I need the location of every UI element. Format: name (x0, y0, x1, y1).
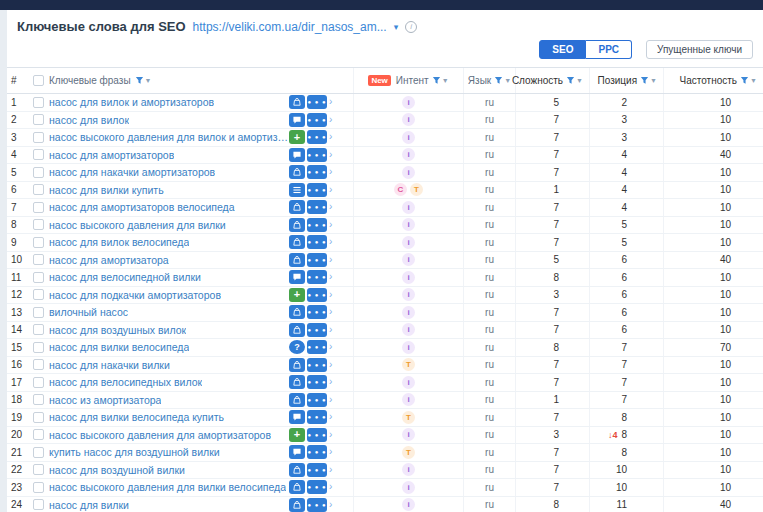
more-actions-button[interactable]: ● ● ● (307, 358, 327, 372)
expand-caret-icon[interactable]: › (329, 465, 332, 475)
expand-caret-icon[interactable]: › (329, 115, 332, 125)
row-checkbox[interactable] (33, 359, 44, 370)
shopping-bag-icon[interactable] (289, 305, 305, 319)
expand-caret-icon[interactable]: › (329, 237, 332, 247)
expand-caret-icon[interactable]: › (329, 412, 332, 422)
keyword-link[interactable]: насос для вилки (49, 499, 129, 511)
chat-bubble-icon[interactable] (289, 270, 305, 284)
intent-filter-icon[interactable]: ▼ (432, 76, 449, 85)
tab-ppc[interactable]: PPC (586, 40, 632, 59)
row-checkbox[interactable] (33, 447, 44, 458)
more-actions-button[interactable]: ● ● ● (307, 95, 327, 109)
more-actions-button[interactable]: ● ● ● (307, 218, 327, 232)
row-checkbox[interactable] (33, 412, 44, 423)
more-actions-button[interactable]: ● ● ● (307, 340, 327, 354)
expand-caret-icon[interactable]: › (329, 97, 332, 107)
keyword-link[interactable]: насос для воздушной вилки (49, 464, 185, 476)
lang-filter-caret-icon[interactable]: ▼ (504, 77, 511, 84)
keyword-link[interactable]: насос высокого давления для вилки велоси… (49, 481, 286, 493)
frequency-filter-caret-icon[interactable]: ▼ (750, 77, 757, 84)
keyword-link[interactable]: насос для вилок и амортизаторов (49, 96, 214, 108)
shopping-bag-icon[interactable] (289, 323, 305, 337)
more-actions-button[interactable]: ● ● ● (307, 428, 327, 442)
row-checkbox[interactable] (33, 394, 44, 405)
chat-bubble-icon[interactable] (289, 445, 305, 459)
more-actions-button[interactable]: ● ● ● (307, 323, 327, 337)
keyword-link[interactable]: насос для амортизаторов велосипеда (49, 201, 235, 213)
shopping-bag-icon[interactable] (289, 375, 305, 389)
row-checkbox[interactable] (33, 272, 44, 283)
keyword-link[interactable]: насос для вилки купить (49, 184, 164, 196)
select-all-checkbox[interactable] (33, 75, 44, 86)
more-actions-button[interactable]: ● ● ● (307, 113, 327, 127)
row-checkbox[interactable] (33, 149, 44, 160)
chat-bubble-icon[interactable] (289, 410, 305, 424)
keyword-link[interactable]: насос для накачки вилки (49, 359, 170, 371)
keyword-link[interactable]: насос для амортизатора (49, 254, 169, 266)
url-dropdown-caret-icon[interactable]: ▾ (394, 22, 399, 32)
keyword-link[interactable]: насос для амортизаторов (49, 149, 174, 161)
expand-caret-icon[interactable]: › (329, 272, 332, 282)
shopping-bag-icon[interactable] (289, 218, 305, 232)
more-actions-button[interactable]: ● ● ● (307, 183, 327, 197)
tab-seo[interactable]: SEO (539, 40, 586, 59)
project-url-link[interactable]: https://veliki.com.ua/dir_nasos_am... (193, 20, 387, 34)
position-filter-caret-icon[interactable]: ▼ (650, 77, 657, 84)
expand-caret-icon[interactable]: › (329, 395, 332, 405)
expand-caret-icon[interactable]: › (329, 202, 332, 212)
row-checkbox[interactable] (33, 377, 44, 388)
more-actions-button[interactable]: ● ● ● (307, 130, 327, 144)
row-checkbox[interactable] (33, 289, 44, 300)
plus-icon[interactable]: + (289, 288, 305, 302)
more-actions-button[interactable]: ● ● ● (307, 393, 327, 407)
more-actions-button[interactable]: ● ● ● (307, 480, 327, 494)
chat-bubble-icon[interactable] (289, 148, 305, 162)
shopping-bag-icon[interactable] (289, 358, 305, 372)
keyword-link[interactable]: насос из амортизатора (49, 394, 161, 406)
expand-caret-icon[interactable]: › (329, 377, 332, 387)
more-actions-button[interactable]: ● ● ● (307, 445, 327, 459)
lang-filter-icon[interactable]: ▼ (494, 76, 511, 85)
keyword-link[interactable]: насос для велосипедных вилок (49, 376, 202, 388)
more-actions-button[interactable]: ● ● ● (307, 463, 327, 477)
list-icon[interactable] (289, 183, 305, 197)
row-checkbox[interactable] (33, 237, 44, 248)
expand-caret-icon[interactable]: › (329, 360, 332, 370)
more-actions-button[interactable]: ● ● ● (307, 148, 327, 162)
keyword-filter-caret-icon[interactable]: ▼ (145, 77, 152, 84)
intent-filter-caret-icon[interactable]: ▼ (442, 77, 449, 84)
expand-caret-icon[interactable]: › (329, 255, 332, 265)
row-checkbox[interactable] (33, 219, 44, 230)
keyword-filter-icon[interactable]: ▼ (135, 76, 152, 85)
keyword-link[interactable]: насос для вилок велосипеда (49, 236, 189, 248)
row-checkbox[interactable] (33, 114, 44, 125)
shopping-bag-icon[interactable] (289, 463, 305, 477)
more-actions-button[interactable]: ● ● ● (307, 288, 327, 302)
position-filter-icon[interactable]: ▼ (640, 76, 657, 85)
expand-caret-icon[interactable]: › (329, 342, 332, 352)
keyword-link[interactable]: насос для вилки велосипеда купить (49, 411, 224, 423)
more-actions-button[interactable]: ● ● ● (307, 410, 327, 424)
expand-caret-icon[interactable]: › (329, 132, 332, 142)
shopping-bag-icon[interactable] (289, 95, 305, 109)
keyword-link[interactable]: насос высокого давления для вилки (49, 219, 226, 231)
row-checkbox[interactable] (33, 482, 44, 493)
shopping-bag-icon[interactable] (289, 165, 305, 179)
keyword-link[interactable]: насос для накачки амортизаторов (49, 166, 215, 178)
keyword-link[interactable]: насос высокого давления для амортизаторо… (49, 429, 271, 441)
row-checkbox[interactable] (33, 254, 44, 265)
keyword-link[interactable]: купить насос для воздушной вилки (49, 446, 220, 458)
row-checkbox[interactable] (33, 307, 44, 318)
more-actions-button[interactable]: ● ● ● (307, 305, 327, 319)
row-checkbox[interactable] (33, 499, 44, 510)
missed-keywords-button[interactable]: Упущенные ключи (646, 40, 753, 59)
shopping-bag-icon[interactable] (289, 253, 305, 267)
row-checkbox[interactable] (33, 324, 44, 335)
keyword-link[interactable]: насос для вилки велосипеда (49, 341, 189, 353)
expand-caret-icon[interactable]: › (329, 150, 332, 160)
expand-caret-icon[interactable]: › (329, 220, 332, 230)
more-actions-button[interactable]: ● ● ● (307, 200, 327, 214)
row-checkbox[interactable] (33, 429, 44, 440)
expand-caret-icon[interactable]: › (329, 290, 332, 300)
more-actions-button[interactable]: ● ● ● (307, 498, 327, 512)
